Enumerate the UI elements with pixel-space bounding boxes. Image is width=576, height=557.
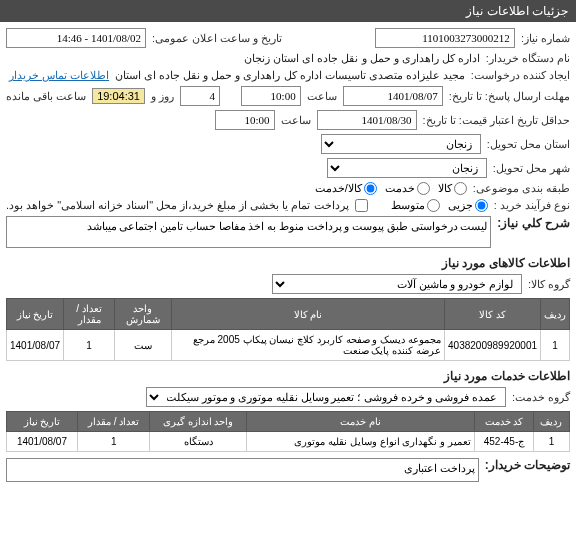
svc-td-idx: 1 (533, 432, 569, 452)
hour-label-1: ساعت (307, 90, 337, 103)
radio-service-label: خدمت (385, 182, 415, 195)
goods-th-code: کد کالا (445, 299, 541, 330)
announce-input[interactable] (6, 28, 146, 48)
radio-goods-label: کالا (438, 182, 452, 195)
need-number-label: شماره نیاز: (521, 32, 570, 45)
goods-td-idx: 1 (541, 330, 570, 361)
credit-expire-time[interactable] (215, 110, 275, 130)
province-label: استان محل تحویل: (487, 138, 570, 151)
notes-label: توضیحات خریدار: (485, 458, 570, 472)
goods-th-unit: واحد شمارش (114, 299, 171, 330)
buyer-value: اداره کل راهداری و حمل و نقل جاده ای است… (244, 52, 480, 65)
goods-td-qty: 1 (64, 330, 115, 361)
countdown-timer: 19:04:31 (92, 88, 145, 104)
services-group-label: گروه خدمت: (512, 391, 570, 404)
svc-th-code: کد خدمت (474, 412, 533, 432)
hour-label-2: ساعت (281, 114, 311, 127)
city-label: شهر محل تحویل: (493, 162, 570, 175)
radio-minor[interactable] (475, 199, 488, 212)
page-header: جزئیات اطلاعات نیاز (0, 0, 576, 22)
buyer-label: نام دستگاه خریدار: (486, 52, 570, 65)
svc-td-unit: دستگاه (150, 432, 246, 452)
goods-td-date: 1401/08/07 (7, 330, 64, 361)
services-group-select[interactable]: عمده فروشی و خرده فروشی ؛ تعمیر وسایل نق… (146, 387, 506, 407)
goods-td-unit: ست (114, 330, 171, 361)
svc-th-qty: تعداد / مقدار (77, 412, 149, 432)
goods-group-select[interactable]: لوازم خودرو و ماشین آلات (272, 274, 522, 294)
svc-th-unit: واحد اندازه گیری (150, 412, 246, 432)
goods-th-idx: ردیف (541, 299, 570, 330)
services-section-title: اطلاعات خدمات مورد نیاز (6, 369, 570, 383)
goods-group-label: گروه کالا: (528, 278, 570, 291)
goods-th-date: تاریخ نیاز (7, 299, 64, 330)
days-label: روز و (151, 90, 174, 103)
radio-goods-service[interactable] (364, 182, 377, 195)
svc-td-date: 1401/08/07 (7, 432, 78, 452)
svc-th-idx: ردیف (533, 412, 569, 432)
radio-goods[interactable] (454, 182, 467, 195)
payment-note: پرداخت تمام یا بخشی از مبلغ خرید،از محل … (6, 199, 349, 212)
goods-section-title: اطلاعات کالاهای مورد نیاز (6, 256, 570, 270)
remaining-label: ساعت باقی مانده (6, 90, 86, 103)
city-select[interactable]: زنجان (327, 158, 487, 178)
radio-medium[interactable] (427, 199, 440, 212)
credit-expire-label: حداقل تاریخ اعتبار قیمت: تا تاریخ: (423, 114, 570, 127)
credit-expire-date[interactable] (317, 110, 417, 130)
need-number-input[interactable] (375, 28, 515, 48)
goods-td-code: 4038200989920001 (445, 330, 541, 361)
desc-textarea[interactable]: لیست درخواستی طبق پیوست و پرداخت منوط به… (6, 216, 491, 248)
desc-label: شرح کلي نیاز: (497, 216, 570, 230)
buy-process-radio-group: جزیی متوسط (391, 199, 488, 212)
days-remaining[interactable] (180, 86, 220, 106)
table-row[interactable]: 1 4038200989920001 مجموعه دیسک و صفحه کا… (7, 330, 570, 361)
goods-th-qty: تعداد / مقدار (64, 299, 115, 330)
deadline-send-time[interactable] (241, 86, 301, 106)
deadline-send-label: مهلت ارسال پاسخ: تا تاریخ: (449, 90, 570, 103)
radio-goods-service-label: کالا/خدمت (315, 182, 362, 195)
svc-td-qty: 1 (77, 432, 149, 452)
table-row[interactable]: 1 ج-45-452 تعمیر و نگهداری انواع وسایل ن… (7, 432, 570, 452)
subject-radio-group: کالا خدمت کالا/خدمت (315, 182, 467, 195)
svc-td-name: تعمیر و نگهداری انواع وسایل نقلیه موتوری (246, 432, 474, 452)
subject-class-label: طبقه بندی موضوعی: (473, 182, 570, 195)
radio-medium-label: متوسط (391, 199, 425, 212)
announce-label: تاریخ و ساعت اعلان عمومی: (152, 32, 282, 45)
svc-th-date: تاریخ نیاز (7, 412, 78, 432)
province-select[interactable]: زنجان (321, 134, 481, 154)
goods-th-name: نام کالا (171, 299, 444, 330)
notes-textarea[interactable]: پرداخت اعتباری (6, 458, 479, 482)
form-content: شماره نیاز: تاریخ و ساعت اعلان عمومی: نا… (0, 22, 576, 492)
services-table: ردیف کد خدمت نام خدمت واحد اندازه گیری ت… (6, 411, 570, 452)
goods-table: ردیف کد کالا نام کالا واحد شمارش تعداد /… (6, 298, 570, 361)
buy-process-label: نوع فرآیند خرید : (494, 199, 570, 212)
creator-label: ایجاد کننده درخواست: (471, 69, 570, 82)
svc-td-code: ج-45-452 (474, 432, 533, 452)
creator-value: مجید علیزاده متصدی تاسیسات اداره کل راهد… (115, 69, 465, 82)
deadline-send-date[interactable] (343, 86, 443, 106)
goods-td-name: مجموعه دیسک و صفحه کاربرد کلاچ نیسان پیک… (171, 330, 444, 361)
svc-th-name: نام خدمت (246, 412, 474, 432)
payment-checkbox[interactable] (355, 199, 368, 212)
radio-service[interactable] (417, 182, 430, 195)
contact-link[interactable]: اطلاعات تماس خریدار (9, 69, 109, 82)
radio-minor-label: جزیی (448, 199, 473, 212)
